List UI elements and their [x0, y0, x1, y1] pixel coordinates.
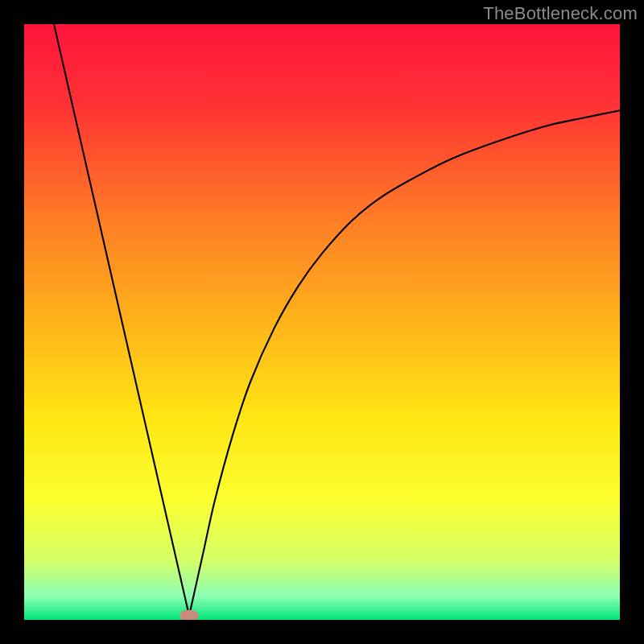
chart-frame: TheBottleneck.com: [0, 0, 644, 644]
bottleneck-chart: [24, 24, 620, 620]
chart-background: [24, 24, 620, 620]
watermark-text: TheBottleneck.com: [483, 3, 638, 24]
